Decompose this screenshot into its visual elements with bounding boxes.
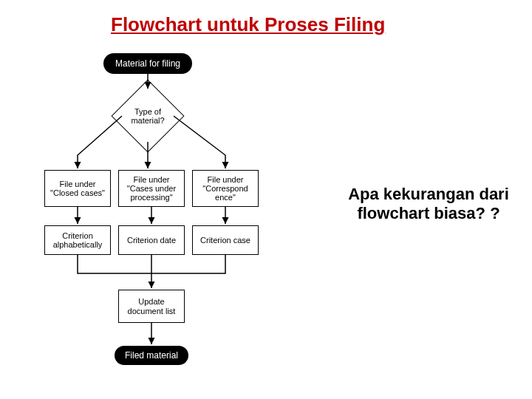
decision-label: Type of material? <box>122 90 174 142</box>
node-file-closed: File under "Closed cases" <box>44 170 111 207</box>
node-update: Update document list <box>118 290 185 323</box>
node-crit-alpha: Criterion alphabetically <box>44 225 111 255</box>
node-crit-date: Criterion date <box>118 225 185 255</box>
node-file-correspond: File under "Correspond ence" <box>192 170 259 207</box>
question-text: Apa kekurangan dari flowchart biasa? ? <box>347 185 510 224</box>
node-end: Filed material <box>115 346 188 365</box>
node-start: Material for filing <box>103 53 192 74</box>
node-crit-case: Criterion case <box>192 225 259 255</box>
page-title: Flowchart untuk Proses Filing <box>111 13 385 36</box>
node-file-processing: File under "Cases under processing" <box>118 170 185 207</box>
node-decision: Type of material? <box>122 90 174 142</box>
